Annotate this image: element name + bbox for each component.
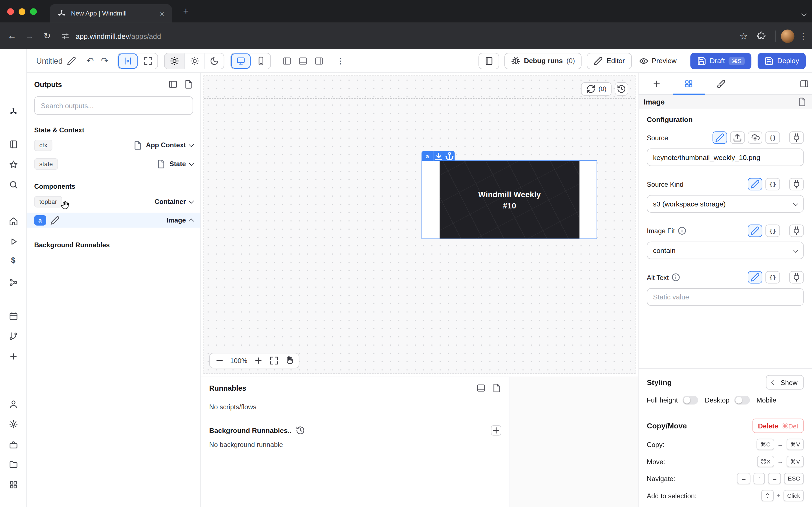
toggle-left-panel-icon[interactable] <box>283 56 292 65</box>
mobile-view-button[interactable] <box>251 53 271 68</box>
source-kind-select[interactable]: s3 (workspace storage) <box>647 195 804 212</box>
doc-list-icon[interactable] <box>492 383 501 393</box>
chevron-down-icon[interactable] <box>189 142 194 147</box>
fit-to-screen-button[interactable] <box>267 354 281 367</box>
forward-button[interactable]: → <box>20 31 38 41</box>
eval-code-button[interactable]: {} <box>765 178 780 190</box>
sidebar-runs-icon[interactable] <box>8 237 18 246</box>
site-info-icon[interactable] <box>61 31 70 41</box>
minimize-window-button[interactable] <box>18 8 26 15</box>
toggle-bottom-panel-icon[interactable] <box>299 56 308 65</box>
eval-code-button[interactable]: {} <box>765 224 780 237</box>
eval-code-button[interactable]: {} <box>765 131 780 144</box>
selected-image-component[interactable]: a Windmill Weekly #10 <box>421 160 597 239</box>
sidebar-home-icon[interactable] <box>8 217 18 226</box>
refresh-app-button[interactable]: (0) <box>581 82 612 96</box>
rename-pencil-icon[interactable] <box>67 56 76 65</box>
tab-search-button[interactable] <box>802 8 806 17</box>
expand-component-button[interactable] <box>433 151 444 161</box>
fullscreen-button[interactable] <box>138 53 158 68</box>
sidebar-apps-icon[interactable] <box>8 480 18 489</box>
sidebar-search-icon[interactable] <box>8 180 18 189</box>
chevron-down-icon[interactable] <box>189 198 194 203</box>
desktop-view-button[interactable] <box>231 53 251 68</box>
static-input-mode-button[interactable] <box>712 131 727 144</box>
outputs-search-input[interactable] <box>34 96 193 115</box>
output-row-state[interactable]: state State <box>34 156 193 171</box>
deploy-button[interactable]: Deploy <box>758 52 806 69</box>
sidebar-flows-icon[interactable] <box>8 332 18 341</box>
selection-id-label[interactable]: a <box>421 151 433 161</box>
output-badge[interactable]: state <box>34 158 58 169</box>
sidebar-favorites-icon[interactable] <box>8 160 18 169</box>
static-input-mode-button[interactable] <box>748 178 762 190</box>
extensions-puzzle-icon[interactable] <box>756 31 766 41</box>
topbar-container-zone[interactable] <box>204 76 635 99</box>
show-styling-button[interactable]: Show <box>766 375 804 390</box>
sidebar-add-icon[interactable] <box>8 352 18 361</box>
sidebar-resources-icon[interactable] <box>8 278 18 287</box>
pan-hand-button[interactable] <box>282 354 296 367</box>
history-button[interactable] <box>615 82 628 96</box>
tab-global-styling[interactable] <box>716 79 725 88</box>
reload-button[interactable]: ↻ <box>38 31 56 41</box>
sidebar-docs-icon[interactable] <box>8 140 18 149</box>
selected-component-badge[interactable]: a <box>34 215 46 225</box>
output-row-ctx[interactable]: ctx App Context <box>34 138 193 153</box>
tab-insert-component[interactable] <box>652 79 661 88</box>
s3-upload-button[interactable] <box>748 131 762 144</box>
toggle-right-panel-icon[interactable] <box>315 56 324 65</box>
static-input-mode-button[interactable] <box>748 224 762 237</box>
theme-auto-button[interactable] <box>185 53 204 68</box>
edit-id-pencil-icon[interactable] <box>50 216 59 225</box>
desktop-toggle[interactable] <box>734 396 750 404</box>
draft-button[interactable]: Draft ⌘S <box>690 52 752 69</box>
more-options-kebab-icon[interactable]: ⋮ <box>336 56 345 66</box>
windmill-logo[interactable] <box>8 107 18 116</box>
chevron-down-icon[interactable] <box>189 161 194 166</box>
theme-light-button[interactable] <box>165 53 185 68</box>
browser-tab[interactable]: New App | Windmill × <box>50 4 172 23</box>
collapse-panel-icon[interactable] <box>800 79 809 88</box>
connect-output-button[interactable] <box>789 271 804 283</box>
dock-panel-icon[interactable] <box>476 383 486 393</box>
sidebar-variables-icon[interactable]: $ <box>11 256 15 264</box>
source-input[interactable] <box>647 149 804 166</box>
tab-close-icon[interactable]: × <box>157 9 167 18</box>
connect-output-button[interactable] <box>789 178 804 190</box>
profile-avatar[interactable] <box>781 29 795 43</box>
delete-component-button[interactable]: Delete ⌘Del <box>752 418 804 433</box>
editor-button[interactable]: Editor <box>587 52 631 69</box>
canvas-grid[interactable]: (0) a Windmill Weekly #10 100 <box>204 75 636 374</box>
preview-button[interactable]: Preview <box>633 52 683 69</box>
upload-file-button[interactable] <box>730 131 745 144</box>
component-row-topbar[interactable]: topbar Container <box>34 194 193 209</box>
browser-menu-kebab-icon[interactable]: ⋮ <box>795 31 812 41</box>
connect-output-button[interactable] <box>789 131 804 144</box>
zoom-in-button[interactable] <box>251 354 265 367</box>
undo-button[interactable]: ↶ <box>86 55 94 66</box>
static-input-mode-button[interactable] <box>748 271 762 283</box>
component-row-a-selected[interactable]: a Image <box>27 213 200 228</box>
theme-dark-button[interactable] <box>204 53 224 68</box>
new-tab-button[interactable]: + <box>179 5 193 18</box>
address-bar[interactable]: app.windmill.dev/apps/add <box>61 31 735 41</box>
docs-button[interactable] <box>478 52 499 69</box>
bookmark-star-icon[interactable]: ☆ <box>735 30 752 41</box>
maximize-window-button[interactable] <box>30 8 37 15</box>
image-component-content[interactable]: Windmill Weekly #10 <box>440 161 579 238</box>
sidebar-folders-icon[interactable] <box>8 460 18 469</box>
eval-code-button[interactable]: {} <box>765 271 780 283</box>
dock-panel-icon[interactable] <box>168 80 177 89</box>
component-badge[interactable]: topbar <box>34 196 62 207</box>
copy-id-icon[interactable] <box>798 97 807 106</box>
connect-output-button[interactable] <box>789 224 804 237</box>
tab-component-settings[interactable] <box>684 79 693 88</box>
center-content-button[interactable] <box>118 53 138 68</box>
back-button[interactable]: ← <box>3 31 20 41</box>
image-fit-select[interactable]: contain <box>647 242 804 259</box>
full-height-toggle[interactable] <box>682 396 698 404</box>
sidebar-users-icon[interactable] <box>8 399 18 409</box>
redo-button[interactable]: ↷ <box>101 55 108 66</box>
sidebar-schedules-icon[interactable] <box>8 312 18 321</box>
